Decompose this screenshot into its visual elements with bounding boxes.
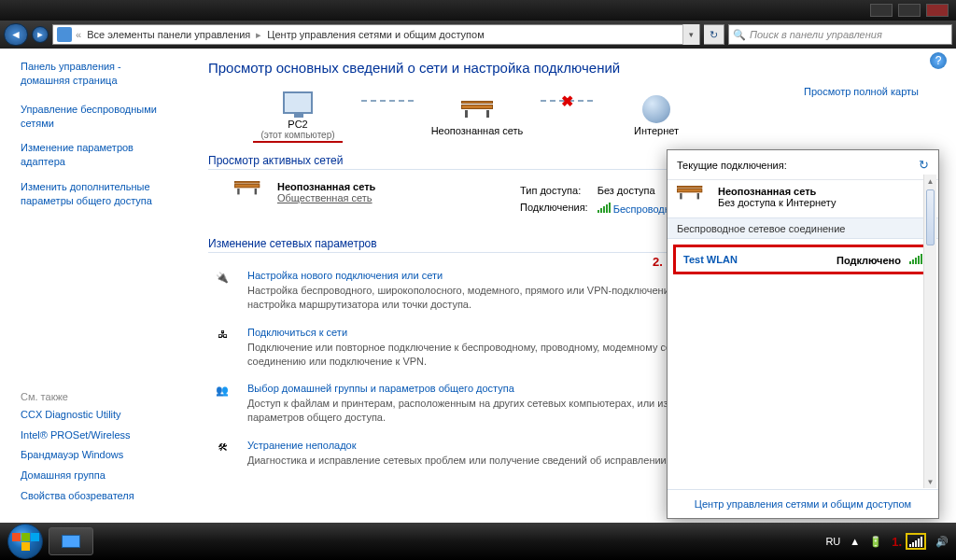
see-also-ccx[interactable]: CCX Diagnostic Utility: [21, 408, 171, 422]
address-bar: ◄ ► « Все элементы панели управления ▸ Ц…: [0, 21, 956, 49]
maximize-button[interactable]: [898, 4, 921, 17]
app-icon: [62, 535, 80, 548]
start-button[interactable]: [7, 524, 43, 559]
see-also-homegroup[interactable]: Домашняя группа: [21, 469, 171, 483]
sidebar-link-adapter[interactable]: Изменение параметров адаптера: [21, 141, 171, 169]
annotation-2: 2.: [653, 255, 663, 269]
scroll-thumb[interactable]: [926, 189, 935, 245]
map-link-2: ✖: [541, 100, 593, 102]
disconnected-x-icon: ✖: [561, 92, 573, 110]
tray-lang-indicator[interactable]: RU: [825, 536, 840, 547]
help-button[interactable]: ?: [930, 52, 947, 69]
node-this-pc[interactable]: PC2 (этот компьютер): [242, 87, 354, 143]
breadcrumb-seg-all[interactable]: Все элементы панели управления: [83, 29, 254, 40]
globe-icon: [642, 95, 670, 123]
scroll-up-icon[interactable]: ▲: [924, 175, 936, 188]
node-internet[interactable]: Интернет: [600, 93, 712, 136]
flyout-refresh-button[interactable]: ↻: [919, 158, 929, 172]
see-also-ie[interactable]: Свойства обозревателя: [21, 489, 171, 503]
task-homegroup-link[interactable]: Выбор домашней группы и параметров общег…: [247, 383, 514, 394]
flyout-section-label: Беспроводное сетевое соединение: [677, 223, 845, 234]
task-troubleshoot: 🛠 Устранение неполадок Диагностика и исп…: [208, 432, 731, 475]
task-connect-desc: Подключение или повторное подключение к …: [247, 341, 731, 369]
search-placeholder: Поиск в панели управления: [750, 29, 882, 40]
signal-bars-icon: [598, 202, 611, 213]
task-homegroup-desc: Доступ к файлам и принтерам, расположенн…: [247, 397, 731, 425]
flyout-section-wireless[interactable]: Беспроводное сетевое соединение ▴: [668, 217, 938, 239]
task-troubleshoot-desc: Диагностика и исправление сетевых пробле…: [247, 454, 669, 468]
active-net-name: Неопознанная сеть: [277, 181, 375, 192]
breadcrumb-chevron-icon: «: [76, 29, 81, 40]
refresh-button[interactable]: ↻: [704, 24, 724, 45]
taskbar: RU ▲ 🔋 1. 🔊: [0, 523, 956, 560]
page-title: Просмотр основных сведений о сети и наст…: [208, 60, 937, 76]
full-map-link[interactable]: Просмотр полной карты: [804, 86, 919, 97]
scroll-down-icon[interactable]: ▼: [924, 475, 936, 488]
breadcrumb-seg-network-center[interactable]: Центр управления сетями и общим доступом: [263, 29, 487, 40]
computer-icon: [283, 91, 313, 114]
wlan-state: Подключено: [836, 255, 901, 266]
task-connect: 🖧 Подключиться к сети Подключение или по…: [208, 319, 731, 376]
bench-icon: [461, 101, 493, 118]
map-link-1: [361, 100, 414, 102]
sidebar: Панель управления - домашняя страница Уп…: [0, 49, 182, 523]
node-unknown-net[interactable]: Неопознанная сеть: [421, 93, 533, 136]
signal-bars-icon: [909, 536, 922, 547]
node-pc-sub: (этот компьютер): [260, 130, 334, 140]
flyout-current-connection[interactable]: Неопознанная сеть Без доступа к Интернет…: [668, 180, 938, 217]
node-unknown-label: Неопознанная сеть: [431, 125, 524, 136]
connect-network-icon: 🖧: [208, 327, 236, 369]
tray-power-icon[interactable]: 🔋: [869, 536, 882, 548]
flyout-footer: Центр управления сетями и общим доступом: [668, 489, 938, 518]
flyout-title: Текущие подключения:: [677, 160, 787, 171]
forward-button[interactable]: ►: [32, 26, 49, 43]
node-internet-label: Интернет: [634, 125, 679, 136]
see-also-title: См. также: [21, 391, 171, 402]
tray-show-hidden-icon[interactable]: ▲: [850, 536, 860, 547]
sidebar-home-link[interactable]: Панель управления - домашняя страница: [21, 60, 171, 88]
tray-volume-icon[interactable]: 🔊: [935, 536, 949, 548]
task-new-connection: 🔌 Настройка нового подключения или сети …: [208, 262, 731, 319]
system-tray: RU ▲ 🔋 1. 🔊: [825, 533, 949, 550]
flyout-curr-sub: Без доступа к Интернету: [718, 197, 836, 208]
bench-icon: [234, 181, 260, 194]
flyout-scrollbar[interactable]: ▲ ▼: [923, 175, 936, 488]
annotation-underline: [253, 141, 343, 143]
taskbar-app-button[interactable]: [49, 527, 93, 555]
network-flyout: Текущие подключения: ↻ Неопознанная сеть…: [667, 149, 939, 519]
node-pc-label: PC2: [288, 119, 307, 130]
search-input[interactable]: 🔍 Поиск в панели управления: [728, 24, 952, 45]
task-connect-link[interactable]: Подключиться к сети: [247, 327, 347, 338]
see-also-intel[interactable]: Intel® PROSet/Wireless: [21, 428, 171, 442]
flyout-open-center-link[interactable]: Центр управления сетями и общим доступом: [695, 498, 911, 510]
flyout-curr-name: Неопознанная сеть: [718, 186, 836, 197]
breadcrumb-chevron-icon: ▸: [256, 29, 261, 41]
sidebar-see-also: См. также CCX Diagnostic Utility Intel® …: [21, 378, 171, 523]
new-connection-icon: 🔌: [208, 270, 236, 312]
see-also-firewall[interactable]: Брандмауэр Windows: [21, 448, 171, 462]
sidebar-link-advanced[interactable]: Изменить дополнительные параметры общего…: [21, 180, 171, 208]
close-button[interactable]: [926, 4, 949, 17]
window-titlebar: [0, 0, 956, 21]
tray-network-icon[interactable]: [906, 533, 926, 550]
wlan-name: Test WLAN: [683, 254, 738, 265]
connections-label: Подключения:: [520, 200, 596, 217]
breadcrumb[interactable]: « Все элементы панели управления ▸ Центр…: [52, 24, 700, 45]
task-homegroup: 👥 Выбор домашней группы и параметров общ…: [208, 375, 731, 432]
task-new-connection-link[interactable]: Настройка нового подключения или сети: [247, 270, 443, 281]
signal-bars-icon: [909, 253, 922, 264]
homegroup-icon: 👥: [208, 383, 236, 425]
back-button[interactable]: ◄: [4, 23, 28, 46]
sidebar-link-wireless[interactable]: Управление беспроводными сетями: [21, 103, 171, 131]
task-new-connection-desc: Настройка беспроводного, широкополосного…: [247, 284, 731, 312]
breadcrumb-history-button[interactable]: ▾: [682, 24, 699, 45]
access-label: Тип доступа:: [520, 183, 596, 198]
control-panel-icon: [57, 27, 72, 42]
search-icon: 🔍: [733, 29, 746, 41]
task-troubleshoot-link[interactable]: Устранение неполадок: [247, 440, 357, 451]
active-net-type[interactable]: Общественная сеть: [277, 192, 373, 203]
bench-icon: [677, 186, 702, 199]
flyout-wlan-item[interactable]: Test WLAN Подключено: [673, 245, 933, 274]
minimize-button[interactable]: [870, 4, 893, 17]
troubleshoot-icon: 🛠: [208, 440, 236, 468]
